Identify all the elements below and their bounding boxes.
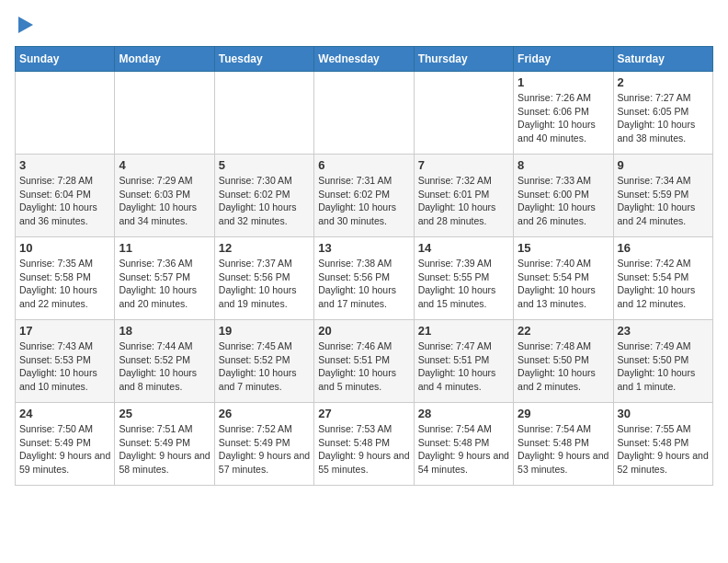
weekday-header-monday: Monday <box>115 47 214 72</box>
day-number: 13 <box>318 241 409 255</box>
day-number: 2 <box>618 75 709 89</box>
calendar-day-cell: 3Sunrise: 7:28 AMSunset: 6:04 PMDaylight… <box>16 155 115 237</box>
calendar-week-4: 17Sunrise: 7:43 AMSunset: 5:53 PMDayligh… <box>16 320 713 403</box>
day-info: Sunrise: 7:47 AMSunset: 5:51 PMDaylight:… <box>418 339 509 394</box>
day-number: 12 <box>219 241 310 255</box>
calendar-day-cell: 22Sunrise: 7:48 AMSunset: 5:50 PMDayligh… <box>514 320 613 403</box>
calendar-day-cell: 8Sunrise: 7:33 AMSunset: 6:00 PMDaylight… <box>514 155 613 237</box>
calendar-day-cell: 23Sunrise: 7:49 AMSunset: 5:50 PMDayligh… <box>613 320 712 403</box>
calendar-day-cell: 20Sunrise: 7:46 AMSunset: 5:51 PMDayligh… <box>314 320 414 403</box>
day-info: Sunrise: 7:39 AMSunset: 5:55 PMDaylight:… <box>418 257 509 311</box>
calendar-day-cell <box>214 72 313 155</box>
logo <box>15 15 35 35</box>
calendar-day-cell <box>314 72 414 155</box>
day-info: Sunrise: 7:53 AMSunset: 5:48 PMDaylight:… <box>318 422 409 477</box>
calendar-day-cell <box>115 72 214 155</box>
calendar-day-cell: 18Sunrise: 7:44 AMSunset: 5:52 PMDayligh… <box>115 320 214 403</box>
day-number: 11 <box>119 241 210 255</box>
day-info: Sunrise: 7:44 AMSunset: 5:52 PMDaylight:… <box>119 339 210 394</box>
calendar-day-cell: 25Sunrise: 7:51 AMSunset: 5:49 PMDayligh… <box>115 403 214 486</box>
calendar-week-5: 24Sunrise: 7:50 AMSunset: 5:49 PMDayligh… <box>16 403 713 486</box>
day-number: 15 <box>518 241 609 255</box>
day-info: Sunrise: 7:40 AMSunset: 5:54 PMDaylight:… <box>518 257 609 311</box>
calendar-header-row: SundayMondayTuesdayWednesdayThursdayFrid… <box>16 47 713 72</box>
day-number: 25 <box>119 407 210 420</box>
calendar-day-cell: 7Sunrise: 7:32 AMSunset: 6:01 PMDaylight… <box>414 155 513 237</box>
day-number: 3 <box>19 158 110 172</box>
day-info: Sunrise: 7:37 AMSunset: 5:56 PMDaylight:… <box>219 257 310 311</box>
calendar-day-cell: 5Sunrise: 7:30 AMSunset: 6:02 PMDaylight… <box>214 155 313 237</box>
day-number: 9 <box>618 158 709 172</box>
day-info: Sunrise: 7:51 AMSunset: 5:49 PMDaylight:… <box>119 422 210 477</box>
day-info: Sunrise: 7:43 AMSunset: 5:53 PMDaylight:… <box>19 339 110 394</box>
day-number: 27 <box>318 407 409 420</box>
day-number: 17 <box>19 324 110 338</box>
calendar-day-cell: 10Sunrise: 7:35 AMSunset: 5:58 PMDayligh… <box>16 237 115 320</box>
day-number: 1 <box>518 75 609 89</box>
calendar-day-cell: 21Sunrise: 7:47 AMSunset: 5:51 PMDayligh… <box>414 320 513 403</box>
day-number: 19 <box>219 324 310 338</box>
day-info: Sunrise: 7:49 AMSunset: 5:50 PMDaylight:… <box>618 339 709 394</box>
calendar-table: SundayMondayTuesdayWednesdayThursdayFrid… <box>15 46 713 486</box>
day-info: Sunrise: 7:27 AMSunset: 6:05 PMDaylight:… <box>618 91 709 145</box>
day-info: Sunrise: 7:50 AMSunset: 5:49 PMDaylight:… <box>19 422 110 477</box>
day-info: Sunrise: 7:48 AMSunset: 5:50 PMDaylight:… <box>518 339 609 394</box>
calendar-day-cell: 29Sunrise: 7:54 AMSunset: 5:48 PMDayligh… <box>514 403 613 486</box>
weekday-header-sunday: Sunday <box>16 47 115 72</box>
day-info: Sunrise: 7:35 AMSunset: 5:58 PMDaylight:… <box>19 257 110 311</box>
calendar-day-cell: 14Sunrise: 7:39 AMSunset: 5:55 PMDayligh… <box>414 237 513 320</box>
day-number: 21 <box>418 324 509 338</box>
calendar-day-cell: 2Sunrise: 7:27 AMSunset: 6:05 PMDaylight… <box>613 72 712 155</box>
day-info: Sunrise: 7:26 AMSunset: 6:06 PMDaylight:… <box>518 91 609 145</box>
day-number: 14 <box>418 241 509 255</box>
day-number: 24 <box>19 407 110 420</box>
page-header <box>15 15 713 35</box>
day-info: Sunrise: 7:36 AMSunset: 5:57 PMDaylight:… <box>119 257 210 311</box>
day-number: 18 <box>119 324 210 338</box>
day-info: Sunrise: 7:30 AMSunset: 6:02 PMDaylight:… <box>219 174 310 228</box>
calendar-body: 1Sunrise: 7:26 AMSunset: 6:06 PMDaylight… <box>16 72 713 486</box>
day-info: Sunrise: 7:42 AMSunset: 5:54 PMDaylight:… <box>618 257 709 311</box>
calendar-day-cell: 13Sunrise: 7:38 AMSunset: 5:56 PMDayligh… <box>314 237 414 320</box>
weekday-header-wednesday: Wednesday <box>314 47 414 72</box>
day-info: Sunrise: 7:55 AMSunset: 5:48 PMDaylight:… <box>618 422 709 477</box>
day-number: 23 <box>618 324 709 338</box>
calendar-day-cell: 9Sunrise: 7:34 AMSunset: 5:59 PMDaylight… <box>613 155 712 237</box>
day-number: 26 <box>219 407 310 420</box>
day-info: Sunrise: 7:38 AMSunset: 5:56 PMDaylight:… <box>318 257 409 311</box>
day-info: Sunrise: 7:28 AMSunset: 6:04 PMDaylight:… <box>19 174 110 228</box>
day-info: Sunrise: 7:52 AMSunset: 5:49 PMDaylight:… <box>219 422 310 477</box>
weekday-header-thursday: Thursday <box>414 47 513 72</box>
calendar-day-cell: 30Sunrise: 7:55 AMSunset: 5:48 PMDayligh… <box>613 403 712 486</box>
day-number: 8 <box>518 158 609 172</box>
day-number: 7 <box>418 158 509 172</box>
calendar-week-3: 10Sunrise: 7:35 AMSunset: 5:58 PMDayligh… <box>16 237 713 320</box>
calendar-week-1: 1Sunrise: 7:26 AMSunset: 6:06 PMDaylight… <box>16 72 713 155</box>
day-number: 6 <box>318 158 409 172</box>
day-info: Sunrise: 7:31 AMSunset: 6:02 PMDaylight:… <box>318 174 409 228</box>
calendar-day-cell: 12Sunrise: 7:37 AMSunset: 5:56 PMDayligh… <box>214 237 313 320</box>
day-info: Sunrise: 7:46 AMSunset: 5:51 PMDaylight:… <box>318 339 409 394</box>
day-number: 30 <box>618 407 709 420</box>
calendar-week-2: 3Sunrise: 7:28 AMSunset: 6:04 PMDaylight… <box>16 155 713 237</box>
calendar-day-cell: 24Sunrise: 7:50 AMSunset: 5:49 PMDayligh… <box>16 403 115 486</box>
calendar-day-cell: 27Sunrise: 7:53 AMSunset: 5:48 PMDayligh… <box>314 403 414 486</box>
day-info: Sunrise: 7:29 AMSunset: 6:03 PMDaylight:… <box>119 174 210 228</box>
day-number: 4 <box>119 158 210 172</box>
calendar-day-cell: 15Sunrise: 7:40 AMSunset: 5:54 PMDayligh… <box>514 237 613 320</box>
calendar-day-cell: 6Sunrise: 7:31 AMSunset: 6:02 PMDaylight… <box>314 155 414 237</box>
calendar-day-cell: 1Sunrise: 7:26 AMSunset: 6:06 PMDaylight… <box>514 72 613 155</box>
calendar-day-cell <box>414 72 513 155</box>
day-number: 28 <box>418 407 509 420</box>
calendar-day-cell: 16Sunrise: 7:42 AMSunset: 5:54 PMDayligh… <box>613 237 712 320</box>
day-info: Sunrise: 7:45 AMSunset: 5:52 PMDaylight:… <box>219 339 310 394</box>
calendar-day-cell: 19Sunrise: 7:45 AMSunset: 5:52 PMDayligh… <box>214 320 313 403</box>
day-info: Sunrise: 7:33 AMSunset: 6:00 PMDaylight:… <box>518 174 609 228</box>
day-number: 22 <box>518 324 609 338</box>
weekday-header-tuesday: Tuesday <box>214 47 313 72</box>
day-number: 29 <box>518 407 609 420</box>
calendar-day-cell: 17Sunrise: 7:43 AMSunset: 5:53 PMDayligh… <box>16 320 115 403</box>
day-info: Sunrise: 7:54 AMSunset: 5:48 PMDaylight:… <box>418 422 509 477</box>
day-number: 16 <box>618 241 709 255</box>
calendar-day-cell: 26Sunrise: 7:52 AMSunset: 5:49 PMDayligh… <box>214 403 313 486</box>
